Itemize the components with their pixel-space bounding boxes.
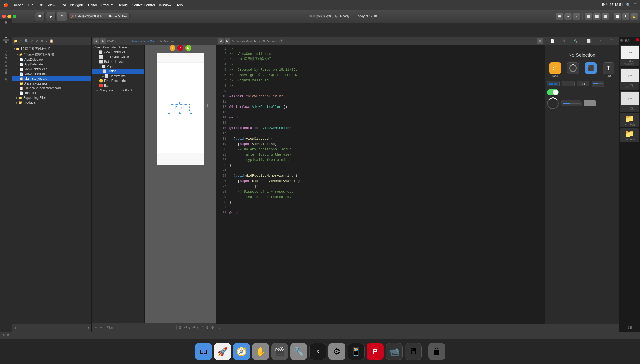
menu-find[interactable]: Find: [59, 3, 66, 7]
menu-navigate[interactable]: Navigate: [70, 3, 84, 7]
storyboard-icon-1[interactable]: ⚙: [170, 45, 175, 51]
apple-menu[interactable]: 🍎: [3, 2, 8, 7]
nav-icon-folder[interactable]: 📁: [14, 39, 18, 43]
menu-view[interactable]: View: [48, 3, 55, 7]
close-button[interactable]: [2, 15, 6, 18]
storyboard-icon-2[interactable]: ✗: [177, 45, 183, 51]
dock-tools[interactable]: 🔧: [290, 343, 307, 360]
nav-icon-search[interactable]: 🔍: [25, 39, 29, 43]
handle-bc[interactable]: [179, 112, 181, 114]
scene-button[interactable]: ⬜ Button: [92, 69, 144, 74]
obj-text-item[interactable]: T Text: [601, 62, 617, 77]
widget-button-item[interactable]: Button: [547, 81, 560, 86]
code-nav-close[interactable]: ✕: [537, 38, 543, 44]
menu-product[interactable]: Product: [101, 3, 113, 7]
thumbnail-item-5[interactable]: 📁 ZJL...etail: [620, 128, 639, 142]
menu-xcode[interactable]: Xcode: [14, 3, 24, 7]
ui-button[interactable]: Button: [171, 104, 190, 111]
code-bottom-forward[interactable]: →: [222, 326, 225, 330]
code-nav-bc2[interactable]: ViewController.m: [242, 40, 260, 42]
scheme-selector[interactable]: 🚀 10-应用程序对象介绍 › iPhone 6s Plus: [68, 13, 130, 20]
menu-source-control[interactable]: Source Control: [132, 3, 155, 7]
storyboard-canvas[interactable]: ⚙ ✗ ▶: [145, 45, 216, 323]
storyboard-nav-back[interactable]: ◀: [93, 38, 99, 44]
menu-window[interactable]: Window: [159, 3, 171, 7]
obj-3d-item[interactable]: ⬛: [583, 62, 599, 77]
inspector-bottom-back[interactable]: ←: [547, 326, 550, 330]
scene-exit[interactable]: 🟥 Exit: [92, 83, 144, 88]
inspector-bottom-forward[interactable]: →: [553, 326, 556, 330]
handle-bl[interactable]: [168, 112, 170, 114]
nav-icon-tests[interactable]: ✓: [36, 39, 38, 43]
nav-more-button[interactable]: ⚙: [86, 326, 89, 330]
handle-tc[interactable]: [179, 102, 181, 104]
code-nav-back[interactable]: ◀: [218, 38, 224, 44]
nav-subfolder[interactable]: ▼ 📁 10-应用程序对象介绍: [12, 52, 91, 57]
toggle-switch[interactable]: [547, 89, 559, 95]
thumbnail-item-4[interactable]: 📁 ios1...试验: [620, 113, 639, 127]
nav-file-appdelegate-m[interactable]: 📄 AppDelegate.m: [12, 62, 91, 67]
scene-view[interactable]: ▼ ⬜ View: [92, 64, 144, 69]
storyboard-zoom-out[interactable]: ⊖: [211, 325, 214, 329]
storyboard-breadcrumb-6[interactable]: No Selection: [160, 40, 174, 42]
minimize-button[interactable]: [7, 15, 11, 18]
dock-screenium[interactable]: 📹: [386, 343, 403, 360]
nav-icon-debug[interactable]: ⚙: [41, 39, 43, 43]
storyboard-breadcrumb-1[interactable]: 10...组: [107, 39, 114, 43]
nav-products[interactable]: ▶ 📁 Products: [12, 100, 91, 105]
nav-icon-report[interactable]: 📋: [50, 39, 54, 43]
widget-activity-indicator[interactable]: [547, 97, 559, 109]
code-nav-bc4[interactable]: 2: [279, 39, 283, 43]
scene-constraints[interactable]: ▶ ⬜ Constraints: [92, 74, 144, 78]
storyboard-breadcrumb-5[interactable]: Main.storyboard (Base): [132, 40, 157, 42]
nav-supporting-files[interactable]: ▶ 📁 Supporting Files: [12, 95, 91, 100]
storyboard-any-w[interactable]: wAny: [184, 326, 190, 329]
widget-seg-item[interactable]: 1 2: [562, 81, 575, 86]
storyboard-zoom-fit[interactable]: ⊞: [179, 325, 182, 329]
show-navigator-btn[interactable]: 📄: [614, 13, 621, 20]
dock-trash[interactable]: 🗑: [428, 343, 445, 360]
nav-project-root[interactable]: ▼ 📁 10-应用程序对象介绍: [12, 46, 91, 52]
widget-image-view[interactable]: [584, 100, 596, 106]
nav-file-assets[interactable]: 📁 Assets.xcassets: [12, 81, 91, 86]
widget-progress-bar[interactable]: [561, 100, 582, 106]
storyboard-zoom-in[interactable]: ⊕: [206, 325, 209, 329]
handle-tr[interactable]: [190, 102, 192, 104]
nav-file-main-storyboard[interactable]: 📋 Main.storyboard: [12, 76, 91, 81]
dock-powerpoint[interactable]: P: [367, 343, 384, 360]
code-nav-forward[interactable]: ▶: [225, 38, 230, 44]
assistant-toggle[interactable]: ↔: [564, 13, 572, 20]
handle-tl[interactable]: [168, 102, 170, 104]
dock-appcleaner[interactable]: 🖥: [405, 343, 422, 360]
nav-icon-vcs[interactable]: ⊞: [20, 39, 23, 43]
nav-filter-button[interactable]: ⊞: [19, 326, 21, 330]
menu-file[interactable]: File: [28, 3, 33, 7]
dock-launchpad[interactable]: 🚀: [214, 343, 231, 360]
storyboard-breadcrumb-3[interactable]: ...: [122, 40, 124, 42]
widget-switch-item[interactable]: [547, 89, 559, 95]
inspector-icon-file[interactable]: 📄: [549, 38, 556, 44]
menu-debug[interactable]: Debug: [118, 3, 128, 7]
storyboard-bottom-back[interactable]: ←: [94, 325, 97, 329]
widget-slider-item[interactable]: [592, 81, 604, 87]
storyboard-any-h[interactable]: hAny: [192, 326, 198, 329]
dock-system-prefs[interactable]: ⚙: [328, 343, 345, 360]
code-nav-bc1[interactable]: Au...tic: [232, 40, 239, 42]
inspector-icon-bindings[interactable]: ☰: [609, 38, 614, 44]
storyboard-nav-forward[interactable]: ▶: [100, 38, 106, 44]
version-editor-btn[interactable]: ⬜: [602, 13, 609, 20]
nav-icon-issues[interactable]: ⚠: [31, 39, 34, 43]
code-nav-bc3[interactable]: No Selection: [263, 40, 277, 42]
menubar-search-icon[interactable]: 🔍: [626, 3, 630, 7]
nav-file-viewcontroller-m[interactable]: 📄 ViewController.m: [12, 72, 91, 76]
dock-terminal[interactable]: $: [309, 343, 326, 360]
scene-vc[interactable]: ▼ ⬜ View Controller: [92, 50, 144, 55]
handle-br[interactable]: [190, 112, 192, 114]
inspector-icon-size[interactable]: ⬜: [585, 38, 592, 44]
storyboard-filter-input[interactable]: [105, 325, 177, 330]
dock-app-1[interactable]: 📱: [348, 343, 365, 360]
inspector-icon-connections[interactable]: ○: [598, 38, 603, 44]
show-utilities-btn[interactable]: 📐: [630, 13, 638, 20]
dock-accessibility[interactable]: ✋: [252, 343, 269, 360]
nav-file-viewcontroller-h[interactable]: 📄 ViewController.h: [12, 67, 91, 72]
